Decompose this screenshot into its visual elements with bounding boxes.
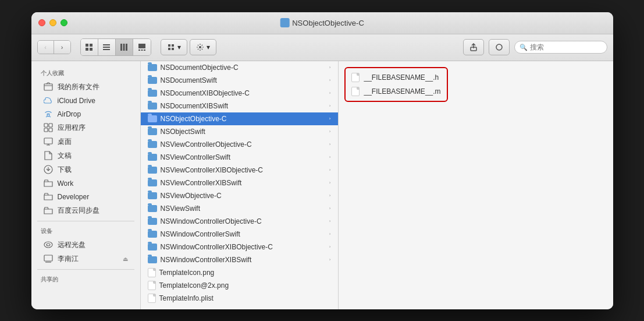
- svg-rect-16: [168, 48, 170, 50]
- svg-rect-3: [90, 48, 92, 51]
- view-column-button[interactable]: [116, 39, 133, 55]
- file-icon: [148, 268, 156, 277]
- file-item-nsviewcontroller-xib-swift[interactable]: NSViewControllerXIBSwift ›: [141, 177, 338, 189]
- folder-icon: [148, 77, 157, 84]
- remote-disk-label: 远程光盘: [58, 240, 86, 250]
- chevron-icon: ›: [329, 65, 331, 70]
- action-dropdown-icon: ▾: [177, 43, 181, 51]
- folder-icon: [148, 205, 157, 212]
- svg-rect-17: [172, 48, 174, 50]
- file-item-nsdocument-swift[interactable]: NSDocumentSwift ›: [141, 74, 338, 87]
- share-button[interactable]: [463, 39, 484, 55]
- view-cover-button[interactable]: [133, 39, 151, 55]
- search-box[interactable]: 🔍: [514, 41, 607, 54]
- svg-rect-27: [44, 138, 52, 144]
- folder-icon: [148, 192, 157, 199]
- eject-icon[interactable]: ⏏: [123, 256, 128, 262]
- folder-icon: [148, 141, 157, 148]
- developer-label: Developer: [58, 193, 90, 201]
- file-item-nswindowcontroller-swift[interactable]: NSWindowControllerSwift ›: [141, 228, 338, 241]
- folder-icon: [148, 64, 157, 71]
- svg-rect-1: [90, 44, 92, 47]
- file-item-label: NSWindowControllerXIBSwift: [161, 256, 252, 264]
- baidu-folder-icon: [44, 206, 53, 215]
- sidebar-item-airdrop[interactable]: AirDrop: [34, 108, 137, 121]
- all-files-label: 我的所有文件: [58, 82, 99, 92]
- airdrop-label: AirDrop: [58, 110, 81, 118]
- personal-section-label: 个人收藏: [31, 67, 140, 80]
- file-item-left: NSWindowControllerXIBSwift: [148, 256, 252, 264]
- back-button[interactable]: ‹: [38, 41, 54, 54]
- action-menu-button[interactable]: ▾: [161, 39, 187, 55]
- sidebar-item-desktop[interactable]: 桌面: [34, 135, 137, 149]
- svg-point-18: [199, 46, 201, 48]
- file-item-nswindowcontroller-xib-obj-c[interactable]: NSWindowControllerXIBObjective-C ›: [141, 241, 338, 253]
- file-item-templateinfo[interactable]: TemplateInfo.plist: [141, 292, 338, 305]
- file-item-left: NSWindowControllerSwift: [148, 230, 240, 238]
- sidebar-item-apps[interactable]: 应用程序: [34, 121, 137, 135]
- file-item-label: NSWindowControllerObjective-C: [161, 217, 262, 225]
- nav-group: ‹ ›: [37, 40, 71, 54]
- file-item-left: NSDocumentXIBSwift: [148, 102, 229, 110]
- file-item-nsviewcontroller-obj-c[interactable]: NSViewControllerObjective-C ›: [141, 138, 338, 151]
- title-folder-icon: [280, 18, 289, 27]
- file-item-label: TemplateInfo.plist: [159, 294, 214, 302]
- svg-rect-5: [103, 47, 110, 48]
- detail-item-label-h: __FILEBASENAME__.h: [364, 73, 439, 82]
- file-item-label: NSObjectObjective-C: [161, 115, 227, 123]
- sidebar-item-downloads[interactable]: 下载: [34, 163, 137, 177]
- main-content: 个人收藏 我的所有文件 iCloud Driv: [31, 61, 613, 309]
- file-item-label: NSViewControllerObjective-C: [161, 140, 252, 149]
- work-folder-icon: [44, 179, 53, 188]
- file-item-label: NSViewControllerXIBSwift: [161, 179, 242, 187]
- sidebar-item-all-files[interactable]: 我的所有文件: [34, 80, 137, 94]
- svg-rect-9: [126, 44, 127, 51]
- downloads-icon: [44, 165, 53, 174]
- file-item-nsdocument-obj-c[interactable]: NSDocumentObjective-C ›: [141, 61, 338, 74]
- sidebar-item-remote-disk[interactable]: 远程光盘: [34, 238, 137, 252]
- file-item-templateicon-2x[interactable]: TemplateIcon@2x.png: [141, 279, 338, 292]
- file-item-nsdocument-xib-obj-c[interactable]: NSDocumentXIBObjective-C ›: [141, 87, 338, 100]
- gear-button[interactable]: ▾: [190, 39, 216, 55]
- forward-button[interactable]: ›: [54, 41, 70, 54]
- file-item-nsdocument-xib-swift[interactable]: NSDocumentXIBSwift ›: [141, 100, 338, 112]
- svg-rect-23: [44, 124, 48, 127]
- close-button[interactable]: [38, 19, 45, 26]
- svg-rect-4: [103, 44, 110, 45]
- view-icon-button[interactable]: [81, 39, 98, 55]
- sidebar-item-icloud[interactable]: iCloud Drive: [34, 94, 137, 107]
- chevron-icon: ›: [329, 218, 331, 224]
- file-item-label: TemplateIcon@2x.png: [159, 281, 229, 290]
- file-item-nsview-obj-c[interactable]: NSViewObjective-C ›: [141, 189, 338, 202]
- detail-item-m[interactable]: __FILEBASENAME__.m: [348, 84, 444, 98]
- sidebar-item-work[interactable]: Work: [34, 177, 137, 190]
- detail-item-h[interactable]: __FILEBASENAME__.h: [348, 70, 444, 84]
- svg-rect-12: [141, 50, 143, 51]
- sidebar-item-linanjiang[interactable]: 李南江 ⏏: [34, 252, 137, 266]
- chevron-icon: ›: [329, 193, 331, 198]
- file-item-nswindowcontroller-xib-swift[interactable]: NSWindowControllerXIBSwift ›: [141, 253, 338, 266]
- folder-icon: [148, 218, 157, 225]
- svg-rect-10: [138, 44, 145, 48]
- file-item-templateicon[interactable]: TemplateIcon.png: [141, 266, 338, 279]
- file-item-nsobject-obj-c[interactable]: NSObjectObjective-C ›: [141, 112, 338, 125]
- finder-window: NSObjectObjective-C ‹ ›: [31, 12, 613, 309]
- file-item-nswindowcontroller-obj-c[interactable]: NSWindowControllerObjective-C ›: [141, 215, 338, 228]
- file-item-left: NSWindowControllerXIBObjective-C: [148, 243, 273, 251]
- minimize-button[interactable]: [49, 19, 56, 26]
- window-title: NSObjectObjective-C: [280, 18, 364, 27]
- sidebar-item-docs[interactable]: 文稿: [34, 149, 137, 163]
- desktop-icon: [44, 137, 53, 146]
- search-input[interactable]: [530, 43, 602, 51]
- file-item-nsviewcontroller-xib-obj-c[interactable]: NSViewControllerXIBObjective-C ›: [141, 164, 338, 177]
- sidebar-item-baidu[interactable]: 百度云同步盘: [34, 204, 137, 217]
- file-item-nsviewcontroller-swift[interactable]: NSViewControllerSwift ›: [141, 151, 338, 164]
- view-list-button[interactable]: [98, 39, 116, 55]
- maximize-button[interactable]: [61, 19, 67, 26]
- sidebar-item-developer[interactable]: Developer: [34, 191, 137, 203]
- svg-rect-6: [103, 49, 110, 50]
- file-item-nsobject-swift[interactable]: NSObjectSwift ›: [141, 125, 338, 138]
- developer-folder-icon: [44, 192, 53, 202]
- tag-button[interactable]: [489, 39, 510, 55]
- file-item-nsview-swift[interactable]: NSViewSwift ›: [141, 202, 338, 215]
